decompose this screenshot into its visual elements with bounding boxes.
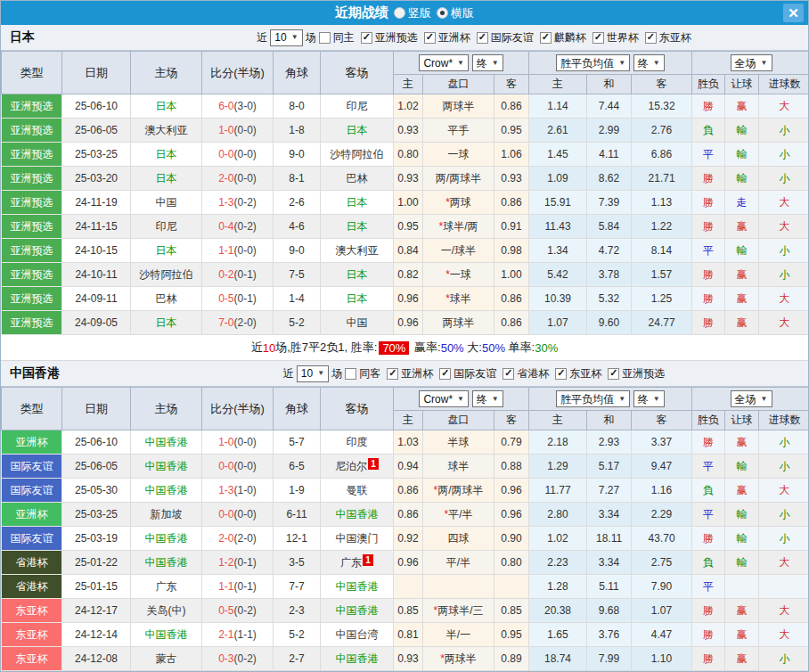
home-team: 日本: [131, 94, 202, 119]
table-row: 亚洲预选25-03-25日本0-0(0-0)9-0沙特阿拉伯0.80一球1.06…: [2, 143, 809, 167]
avg-odds-select[interactable]: 胜平负均值▼: [556, 54, 630, 71]
layout-horizontal-option[interactable]: 横版: [437, 5, 474, 21]
avg-home: 18.74: [529, 647, 587, 671]
odds-home: 0.85: [394, 599, 423, 623]
odds-stage-select[interactable]: 终▼: [472, 54, 503, 71]
result-scope-group: 全场▼: [692, 52, 809, 75]
competition-label[interactable]: 亚洲杯: [401, 366, 433, 381]
home-team: 中国香港: [131, 623, 202, 647]
avg-stage-select[interactable]: 终▼: [633, 390, 665, 407]
avg-draw: 9.68: [587, 599, 632, 623]
same-venue-label[interactable]: 同客: [359, 366, 380, 381]
away-team: 中国香港: [321, 575, 394, 599]
match-date: 24-09-05: [62, 311, 131, 335]
avg-stage-select[interactable]: 终▼: [633, 54, 665, 71]
scope-select[interactable]: 全场▼: [731, 54, 772, 71]
chevron-down-icon: ▼: [618, 56, 625, 70]
half-time-score: (0-0): [234, 124, 257, 136]
result-wdl: 勝: [692, 311, 725, 335]
avg-draw: 9.60: [587, 311, 632, 335]
scope-select[interactable]: 全场▼: [731, 390, 772, 407]
match-date: 25-03-19: [62, 527, 131, 551]
competition-checkbox[interactable]: [361, 32, 372, 44]
same-venue-checkbox[interactable]: [319, 32, 331, 44]
full-time-score: 2-1: [218, 628, 233, 641]
odds-home: 0.96: [394, 287, 423, 311]
avg-odds-select[interactable]: 胜平负均值▼: [556, 390, 630, 407]
same-venue-label[interactable]: 同主: [333, 30, 355, 45]
table-row: 亚洲预选25-03-20日本2-0(0-0)8-1巴林0.93两/两球半0.93…: [2, 167, 809, 191]
sub-column-header: 进球数: [759, 411, 809, 430]
avg-home: 5.42: [529, 263, 587, 287]
close-icon[interactable]: ✕: [783, 4, 804, 22]
column-header: 日期: [62, 52, 131, 94]
competition-label[interactable]: 东亚杯: [659, 30, 691, 45]
recent-record-panel: 近期战绩 竖版 横版 ✕ 日本近10▼场同主亚洲预选亚洲杯国际友谊麒麟杯世界杯东…: [0, 0, 809, 672]
competition-checkbox[interactable]: [439, 368, 451, 380]
competition-checkbox[interactable]: [592, 32, 604, 44]
competition-label[interactable]: 麒麟杯: [554, 30, 586, 45]
handicap-star: *: [433, 604, 437, 617]
layout-vertical-option[interactable]: 竖版: [394, 5, 431, 21]
layout-vertical-label: 竖版: [408, 5, 431, 21]
radio-selected-icon[interactable]: [437, 7, 448, 19]
competition-checkbox[interactable]: [387, 368, 398, 380]
result-handicap: 赢: [725, 287, 759, 311]
corner-score: 1-4: [274, 287, 321, 311]
sub-column-header: 让球: [725, 411, 759, 430]
result-handicap: 輸: [725, 167, 759, 191]
home-team: 中国香港: [131, 551, 202, 575]
result-goals: 大: [759, 623, 809, 647]
odds-provider-select[interactable]: Crow*▼: [419, 54, 469, 71]
odds-away: 0.96: [494, 479, 529, 503]
competition-checkbox[interactable]: [477, 32, 488, 44]
competition-label[interactable]: 国际友谊: [454, 366, 496, 381]
odds-provider-select[interactable]: Crow*▼: [419, 390, 469, 407]
corner-score: 12-1: [274, 527, 321, 551]
chevron-down-icon: ▼: [761, 392, 768, 406]
radio-unselected-icon[interactable]: [394, 7, 405, 19]
handicap: 一球: [423, 143, 494, 167]
result-handicap: 赢: [725, 647, 759, 671]
away-team: 日本: [321, 263, 394, 287]
odds-away: 0.89: [494, 647, 529, 671]
competition-label[interactable]: 东亚杯: [569, 366, 601, 381]
competition-label[interactable]: 世界杯: [607, 30, 639, 45]
competition-checkbox[interactable]: [645, 32, 657, 44]
same-venue-checkbox[interactable]: [345, 368, 356, 380]
result-handicap: 輸: [725, 527, 759, 551]
panel-title: 近期战绩: [335, 4, 388, 21]
competition-checkbox[interactable]: [608, 368, 619, 380]
corner-score: 4-6: [274, 215, 321, 239]
odds-away: 0.93: [494, 167, 529, 191]
competition-checkbox[interactable]: [555, 368, 567, 380]
home-team: 中国香港: [131, 455, 202, 479]
match-count-select[interactable]: 10▼: [297, 365, 329, 382]
chevron-down-icon: ▼: [317, 366, 324, 381]
odds-away: 0.88: [494, 455, 529, 479]
match-date: 25-06-05: [62, 119, 131, 143]
competition-checkbox[interactable]: [503, 368, 514, 380]
result-wdl: 負: [692, 551, 725, 575]
result-wdl: 勝: [692, 430, 725, 455]
table-row: 省港杯25-01-22中国香港1-2(0-1)3-5广东10.96平/半0.80…: [2, 551, 809, 575]
competition-label[interactable]: 亚洲预选: [375, 30, 418, 45]
result-wdl: 負: [692, 119, 725, 143]
score: 0-0(0-0): [202, 455, 274, 479]
competition-checkbox[interactable]: [540, 32, 552, 44]
odds-stage-select[interactable]: 终▼: [472, 390, 503, 407]
competition-checkbox[interactable]: [424, 32, 436, 44]
sub-column-header: 主: [394, 411, 423, 430]
competition-label[interactable]: 亚洲杯: [438, 30, 470, 45]
corner-score: 7-5: [274, 263, 321, 287]
score: 6-0(3-0): [202, 94, 274, 119]
rank-badge: 1: [363, 554, 373, 566]
avg-away: 2.75: [632, 551, 692, 575]
match-count-select[interactable]: 10▼: [270, 29, 302, 46]
sub-column-header: 客: [632, 411, 692, 430]
half-time-score: (0-2): [234, 604, 257, 617]
competition-label[interactable]: 省港杯: [517, 366, 549, 381]
competition-label[interactable]: 国际友谊: [491, 30, 534, 45]
result-goals: 小: [759, 647, 809, 671]
competition-label[interactable]: 亚洲预选: [622, 366, 665, 381]
